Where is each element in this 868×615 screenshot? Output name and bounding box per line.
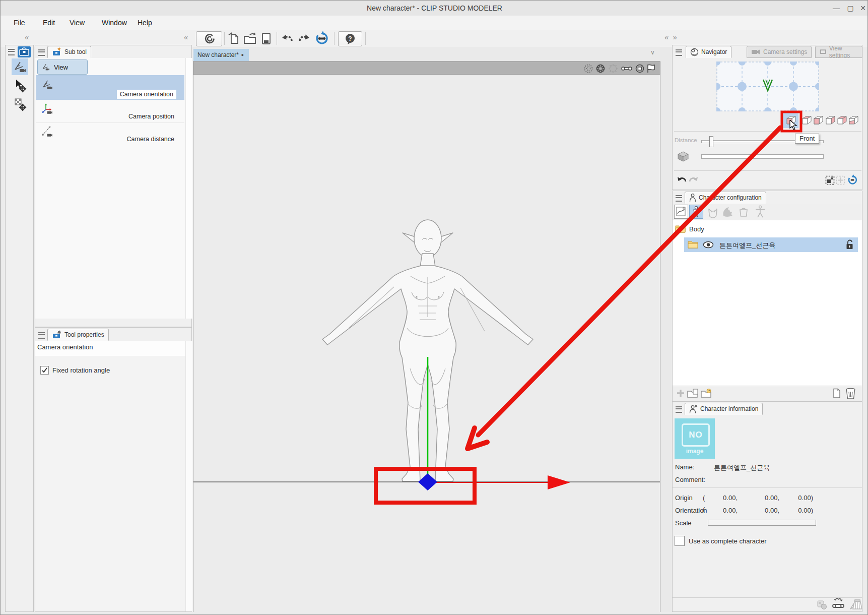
tree-row-body[interactable]: Body: [673, 223, 862, 236]
document-tab-bar: New character* ● ∨: [193, 47, 660, 61]
right-panel-collapse-buttons[interactable]: « »: [664, 33, 683, 41]
tab-character-configuration[interactable]: Character configuration: [685, 192, 766, 204]
subtool-row-camera-distance[interactable]: Camera distance: [36, 122, 184, 145]
document-tab[interactable]: New character* ●: [193, 49, 249, 61]
scale-bar[interactable]: [708, 520, 816, 526]
redo-button[interactable]: [297, 32, 312, 45]
orientation-z: 0.00): [778, 507, 813, 514]
undo-button[interactable]: [280, 32, 295, 45]
visibility-eye-icon[interactable]: [703, 241, 714, 249]
tab-camera-settings[interactable]: Camera settings: [747, 46, 812, 58]
specular-cube-icon[interactable]: [677, 150, 690, 162]
sphere-box-icon[interactable]: [635, 64, 645, 74]
help-question-glyph: ?: [348, 35, 352, 42]
char-config-menu-icon[interactable]: [676, 195, 682, 202]
use-complete-character-checkbox[interactable]: [675, 536, 685, 546]
bone-icon[interactable]: [621, 65, 633, 73]
viewport-canvas[interactable]: [193, 75, 660, 612]
menu-view[interactable]: View: [66, 18, 88, 28]
sub-tool-menu-icon[interactable]: [38, 49, 45, 56]
collapse-left-panel-button[interactable]: «: [25, 33, 30, 41]
tool-properties-menu-icon[interactable]: [38, 332, 45, 339]
navigator-redo-icon[interactable]: [688, 175, 699, 186]
menu-help[interactable]: Help: [135, 18, 155, 28]
sub-tool-toolbox-icon: [52, 47, 62, 56]
maximize-button[interactable]: ▢: [846, 4, 855, 13]
lock-icon[interactable]: [845, 239, 854, 250]
close-button[interactable]: ✕: [858, 4, 867, 13]
origin-diamond-handle[interactable]: [418, 473, 437, 490]
view-cube-right[interactable]: [824, 114, 836, 127]
new-document-button[interactable]: [832, 388, 841, 399]
dotted-sphere-icon[interactable]: [583, 64, 593, 74]
camera-settings-icon: [751, 48, 761, 55]
subtool-row-camera-position[interactable]: Camera position: [36, 100, 184, 123]
open-file-button[interactable]: [243, 32, 257, 45]
open-material-folder-button[interactable]: [700, 388, 713, 398]
part-hair-button[interactable]: [721, 205, 735, 219]
front-tooltip: Front: [795, 134, 819, 144]
add-item-button[interactable]: [676, 389, 685, 398]
skirt-icon[interactable]: [851, 598, 864, 611]
x-axis-arrowhead[interactable]: [548, 475, 570, 489]
fit-all-icon[interactable]: [836, 175, 845, 185]
clip-studio-button[interactable]: [196, 31, 222, 46]
tool-properties-tab[interactable]: Tool properties: [47, 329, 109, 341]
help-button[interactable]: ?: [338, 31, 362, 46]
specular-slider-track[interactable]: [701, 154, 824, 159]
fit-selection-icon[interactable]: [825, 175, 835, 185]
tool-panel-menu-icon[interactable]: [8, 49, 15, 55]
navigator-undo-icon[interactable]: [677, 175, 688, 186]
tree-row-character-item[interactable]: 튼튼여엘프_선근육: [684, 237, 858, 252]
tab-view-settings[interactable]: View settings: [815, 46, 862, 58]
tab-character-information[interactable]: Character information: [685, 403, 763, 415]
minimize-button[interactable]: —: [832, 4, 841, 13]
part-sketch-button[interactable]: [674, 205, 688, 219]
menu-edit[interactable]: Edit: [40, 18, 58, 28]
tool-view-selected[interactable]: [12, 58, 28, 75]
collapse-subtool-button[interactable]: «: [184, 33, 189, 41]
distance-slider-thumb[interactable]: [709, 136, 713, 147]
char-info-menu-icon[interactable]: [676, 406, 682, 413]
camera-direction-grid[interactable]: [716, 61, 819, 111]
bone-refresh-icon[interactable]: [831, 597, 846, 610]
menu-file[interactable]: File: [11, 18, 28, 28]
spiky-sphere-icon[interactable]: [608, 64, 618, 74]
reset-view-button[interactable]: [314, 31, 330, 46]
reset-camera-icon[interactable]: [846, 174, 858, 186]
wireframe-sphere-icon[interactable]: [595, 64, 606, 74]
distance-label: Distance: [675, 137, 697, 143]
view-cube-back[interactable]: [800, 114, 813, 127]
part-fullbody-button[interactable]: [753, 205, 767, 219]
comment-label: Comment:: [675, 476, 705, 483]
fixed-rotation-checkbox[interactable]: [40, 366, 49, 375]
tool-properties-scrollbar[interactable]: [185, 341, 192, 611]
sub-tool-panel: Sub tool View Camera orientation: [35, 45, 192, 327]
subtool-row-camera-orientation[interactable]: Camera orientation: [36, 75, 184, 100]
material-sphere-icon[interactable]: [817, 600, 828, 610]
collapse-right-icon[interactable]: «: [664, 33, 670, 41]
window-title: New character* - CLIP STUDIO MODELER: [1, 4, 868, 12]
tool-object-move[interactable]: [12, 77, 28, 94]
sub-tool-scrollbar[interactable]: [185, 58, 192, 319]
new-file-button[interactable]: [227, 32, 241, 45]
flag-icon[interactable]: [646, 64, 656, 74]
view-cube-bottom[interactable]: [847, 114, 859, 127]
open-folder-file-button[interactable]: [687, 388, 699, 398]
part-accessory-button[interactable]: [737, 205, 751, 219]
tab-navigator[interactable]: Navigator: [686, 46, 731, 58]
sub-tool-tab[interactable]: Sub tool: [47, 46, 91, 58]
part-body-button[interactable]: [689, 205, 703, 219]
view-cube-top[interactable]: [836, 114, 848, 127]
expand-right-icon[interactable]: »: [673, 33, 678, 41]
toolbox-tab[interactable]: [18, 46, 31, 57]
tool-material-move[interactable]: [12, 96, 28, 112]
save-button[interactable]: [259, 32, 273, 45]
view-cube-left[interactable]: [812, 114, 824, 127]
part-face-button[interactable]: [706, 205, 720, 219]
menu-window[interactable]: Window: [99, 18, 130, 28]
delete-trash-button[interactable]: [845, 387, 856, 400]
navigator-menu-icon[interactable]: [676, 49, 682, 56]
tab-list-chevron[interactable]: ∨: [650, 49, 655, 56]
view-group-button[interactable]: View: [37, 59, 88, 75]
